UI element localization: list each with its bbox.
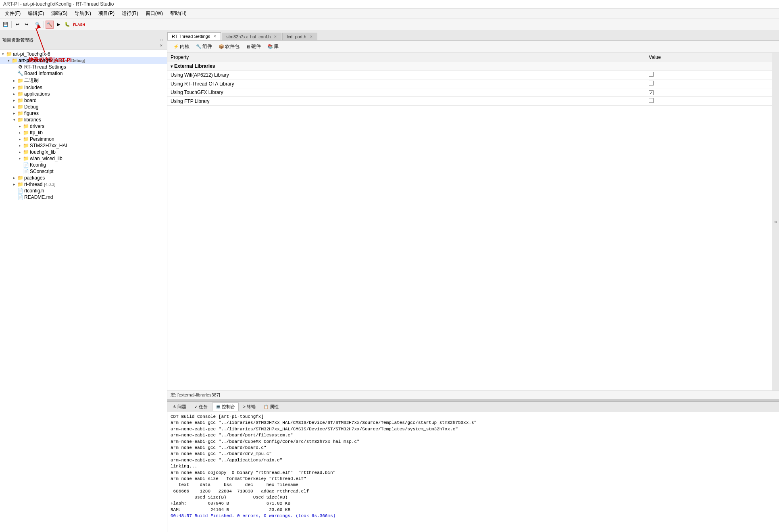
tree-arrow-applications[interactable]: ▸	[11, 92, 17, 96]
tree-arrow-libraries[interactable]: ▾	[11, 118, 17, 122]
settings-tab-icon-core: ⚡	[173, 44, 179, 49]
tree-arrow-touchgfx_lib[interactable]: ▸	[17, 150, 23, 154]
tree-item-includes[interactable]: ▸📁Includes	[0, 84, 167, 91]
toolbar-save-btn[interactable]: 💾	[2, 21, 10, 29]
tree-arrow-rt-thread[interactable]: ▸	[11, 182, 17, 186]
bottom-tab-terminal[interactable]: >终端	[240, 403, 259, 411]
tree-item-figures[interactable]: ▸📁figures	[0, 110, 167, 117]
tab-close-lcd_port[interactable]: ✕	[310, 35, 313, 39]
checkbox-using-touchgfx-library[interactable]: ✓	[649, 90, 654, 95]
tree-arrow-includes[interactable]: ▸	[11, 86, 17, 90]
tree-item-drivers[interactable]: ▸📁drivers	[0, 123, 167, 129]
panel-minimize-btn[interactable]: _	[158, 31, 165, 37]
tree-icon-Persimmon: 📁	[23, 136, 29, 142]
tree-item-board-information[interactable]: 🔧Board Information	[0, 70, 167, 77]
toolbar-undo-btn[interactable]: ↩	[13, 21, 21, 29]
prop-value-using-rt-thread-ota-library[interactable]	[646, 79, 772, 88]
tree-arrow-figures[interactable]: ▸	[11, 111, 17, 115]
toolbar-flash-btn[interactable]: FLASH	[75, 21, 83, 29]
tree-arrow-Debug[interactable]: ▸	[11, 105, 17, 109]
tree-arrow-Persimmon[interactable]: ▸	[17, 137, 23, 141]
tree-icon-includes: 📁	[17, 85, 23, 90]
bottom-tab-problems[interactable]: ⚠问题	[169, 403, 190, 411]
tree-item-README.md[interactable]: 📄README.md	[0, 194, 167, 200]
tree-item-art-pi_Touchgfx-6[interactable]: ▾📁art-pi_Touchgfx-6	[0, 51, 167, 57]
tree-item-STM32H7xx_HAL[interactable]: ▸📁STM32H7xx_HAL	[0, 142, 167, 149]
checkbox-using-wifi(ap6212)-library[interactable]	[649, 72, 654, 77]
checkbox-using-ftp-library[interactable]	[649, 98, 654, 103]
menu-item-源码[interactable]: 源码(S)	[48, 9, 71, 18]
tab-close-rt-thread-settings[interactable]: ✕	[213, 34, 217, 38]
console-line: arm-none-eabi-gcc "../libraries/STM32H7x…	[171, 426, 776, 432]
toolbar-debug-btn[interactable]: 🐛	[63, 21, 71, 29]
tree-label-figures: figures	[24, 111, 39, 116]
tree-arrow-board[interactable]: ▸	[11, 98, 17, 102]
settings-tab-softpkg[interactable]: 📦软件包	[216, 42, 242, 51]
expand-arrow-btn[interactable]: »	[772, 53, 779, 390]
toolbar-redo-btn[interactable]: ↪	[22, 21, 30, 29]
checkbox-using-rt-thread-ota-library[interactable]	[649, 81, 654, 86]
tree-label-ftp_lib: ftp_lib	[30, 130, 43, 136]
tree-icon-figures: 📁	[17, 111, 23, 116]
menu-item-窗口[interactable]: 窗口(W)	[142, 9, 166, 18]
settings-tab-libs[interactable]: 📚库	[265, 42, 281, 51]
tree-item-rtconfig.h[interactable]: 📄rtconfig.h	[0, 188, 167, 194]
settings-tab-core[interactable]: ⚡内核	[171, 42, 192, 51]
tree-item-packages[interactable]: ▸📁packages	[0, 175, 167, 181]
tree-arrow-art-pi_Touchgfx-6[interactable]: ▾	[0, 52, 6, 56]
tree-arrow-wlan_wiced_lib[interactable]: ▸	[17, 156, 23, 161]
tree-item-Kconfig[interactable]: 📄Kconfig	[0, 162, 167, 168]
tree-item-art-pi-touchgfx[interactable]: ▾📁art-pi-touchgfx [Active - Debug]	[0, 57, 167, 64]
tree-arrow-packages[interactable]: ▸	[11, 176, 17, 180]
panel-title: 项目资源管理器	[2, 37, 33, 43]
menu-item-文件[interactable]: 文件(F)	[2, 9, 24, 18]
panel-maximize-btn[interactable]: □	[158, 37, 165, 43]
menu-item-帮助[interactable]: 帮助(H)	[167, 9, 190, 18]
tree-item-Debug[interactable]: ▸📁Debug	[0, 104, 167, 110]
bottom-tab-tasks[interactable]: ✓任务	[191, 403, 211, 411]
tree-arrow-binary[interactable]: ▸	[11, 79, 17, 83]
tree-item-libraries[interactable]: ▾📁libraries	[0, 117, 167, 123]
tree-icon-rtconfig.h: 📄	[17, 188, 23, 194]
tree-arrow-STM32H7xx_HAL[interactable]: ▸	[17, 144, 23, 148]
tree-item-ftp_lib[interactable]: ▸📁ftp_lib	[0, 129, 167, 136]
group-expand-external-libraries[interactable]: ▾	[171, 64, 173, 69]
tree-item-rt-thread[interactable]: ▸📁rt-thread [4.0.3]	[0, 181, 167, 188]
settings-group-external-libraries[interactable]: ▾External Libraries	[167, 62, 772, 71]
toolbar-run-btn[interactable]: ▶	[54, 21, 62, 29]
tree-arrow-ftp_lib[interactable]: ▸	[17, 131, 23, 135]
toolbar-build-btn[interactable]: 🔨	[46, 21, 54, 29]
settings-tab-icon-softpkg: 📦	[219, 44, 224, 49]
tree-item-touchgfx_lib[interactable]: ▸📁touchgfx_lib	[0, 149, 167, 155]
tree-item-binary[interactable]: ▸📁二进制	[0, 77, 167, 84]
settings-tab-label-components: 组件	[202, 43, 212, 50]
tab-lcd_port[interactable]: lcd_port.h✕	[282, 33, 317, 40]
menu-item-导航[interactable]: 导航(N)	[71, 9, 94, 18]
bottom-tab-properties[interactable]: 📋属性	[260, 403, 282, 411]
tree-item-SConscript[interactable]: 📄SConscript	[0, 168, 167, 175]
toolbar-search-btn[interactable]: 🔍	[34, 21, 42, 29]
settings-tab-label-core: 内核	[180, 43, 190, 50]
settings-tab-components[interactable]: 🔧组件	[193, 42, 215, 51]
tree-arrow-art-pi-touchgfx[interactable]: ▾	[6, 58, 11, 63]
tab-stm32h7xx_hal_conf[interactable]: stm32h7xx_hal_conf.h✕	[222, 33, 281, 40]
prop-value-using-touchgfx-library[interactable]: ✓	[646, 88, 772, 97]
tree-label-rt-thread: rt-thread	[24, 182, 42, 187]
tree-item-rt-thread-settings[interactable]: ⚙RT-Thread Settings	[0, 64, 167, 70]
tree-arrow-drivers[interactable]: ▸	[17, 124, 23, 128]
menu-item-运行[interactable]: 运行(R)	[119, 9, 142, 18]
panel-close-btn[interactable]: ✕	[158, 43, 165, 48]
settings-tab-hardware[interactable]: 🖥硬件	[243, 42, 264, 51]
tree-item-Persimmon[interactable]: ▸📁Persimmon	[0, 136, 167, 142]
tree-item-board[interactable]: ▸📁board	[0, 97, 167, 104]
prop-value-using-ftp-library[interactable]	[646, 97, 772, 106]
tree-item-wlan_wiced_lib[interactable]: ▸📁wlan_wiced_lib	[0, 155, 167, 162]
menu-item-编辑[interactable]: 编辑(E)	[25, 9, 47, 18]
tab-close-stm32h7xx_hal_conf[interactable]: ✕	[274, 35, 277, 39]
menu-item-项目[interactable]: 项目(P)	[95, 9, 118, 18]
tree-item-applications[interactable]: ▸📁applications	[0, 91, 167, 97]
tab-rt-thread-settings[interactable]: RT-Thread Settings✕	[167, 32, 221, 40]
bottom-tab-console[interactable]: 💻控制台	[212, 403, 239, 411]
bottom-tab-icon-console: 💻	[216, 405, 221, 409]
prop-value-using-wifi(ap6212)-library[interactable]	[646, 71, 772, 79]
